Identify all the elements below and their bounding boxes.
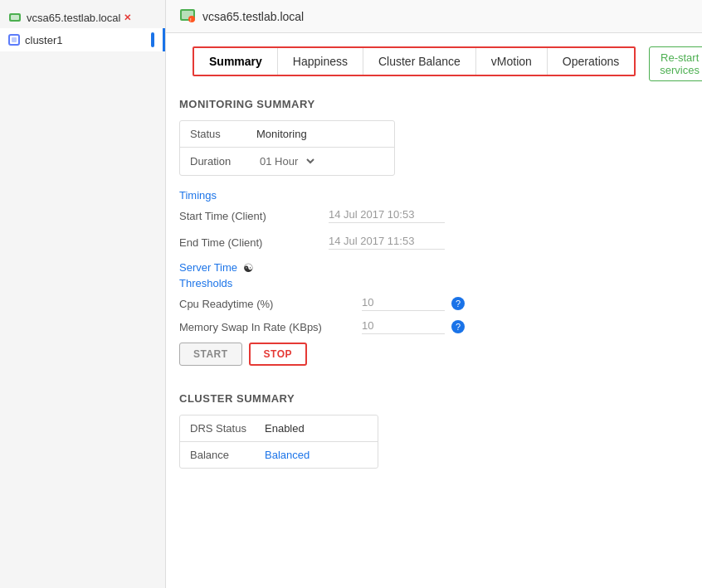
monitoring-summary-section: MONITORING SUMMARY Status Monitoring Dur…: [179, 98, 689, 366]
tabs-container: Summary Happiness Cluster Balance vMotio…: [193, 46, 636, 76]
server-icon: [8, 11, 22, 24]
status-label: Status: [190, 128, 256, 140]
end-time-row: End Time (Client) 14 Jul 2017 11:53: [179, 235, 689, 253]
status-row: Status Monitoring: [180, 121, 394, 148]
sidebar-item-cluster1[interactable]: cluster1: [0, 28, 165, 51]
status-box: Status Monitoring Duration 01 Hour 02 Ho…: [179, 120, 395, 176]
active-indicator: [151, 32, 154, 47]
end-time-value: 14 Jul 2017 11:53: [329, 235, 445, 250]
balance-value: Balanced: [265, 449, 310, 461]
cpu-help-icon[interactable]: ?: [451, 297, 465, 310]
timings-label[interactable]: Timings: [179, 189, 689, 202]
main-content: ! vcsa65.testlab.local Summary Happiness…: [166, 0, 702, 588]
memory-threshold-value: 10: [362, 319, 445, 334]
cluster-summary-section: CLUSTER SUMMARY DRS Status Enabled Balan…: [179, 392, 689, 469]
close-icon[interactable]: ✕: [124, 12, 131, 23]
monitoring-summary-heading: MONITORING SUMMARY: [179, 98, 689, 110]
duration-label: Duration: [190, 155, 256, 168]
sidebar-item-vcsa[interactable]: vcsa65.testlab.local ✕: [0, 7, 165, 28]
svg-rect-3: [12, 37, 17, 42]
main-panel: MONITORING SUMMARY Status Monitoring Dur…: [166, 81, 702, 482]
status-value: Monitoring: [256, 128, 307, 140]
svg-rect-1: [11, 15, 19, 20]
thresholds-section: Thresholds Cpu Readytime (%) 10 ? Memory…: [179, 277, 689, 334]
action-buttons: START STOP: [179, 343, 689, 366]
tab-vmotion[interactable]: vMotion: [476, 48, 548, 75]
drs-status-label: DRS Status: [190, 422, 265, 435]
server-time-row: Server Time ☯: [179, 261, 689, 274]
start-time-row: Start Time (Client) 14 Jul 2017 10:53: [179, 208, 689, 226]
cluster-summary-heading: CLUSTER SUMMARY: [179, 392, 689, 405]
duration-row: Duration 01 Hour 02 Hours 04 Hours: [180, 148, 394, 175]
tab-summary[interactable]: Summary: [194, 48, 278, 75]
header-bar: ! vcsa65.testlab.local: [166, 0, 702, 33]
stop-button[interactable]: STOP: [249, 343, 307, 366]
duration-select[interactable]: 01 Hour 02 Hours 04 Hours: [256, 154, 317, 168]
restart-services-button[interactable]: Re-start services: [649, 46, 702, 81]
sidebar-cluster1-label: cluster1: [25, 34, 63, 46]
header-server-icon: !: [179, 7, 196, 26]
memory-help-icon[interactable]: ?: [451, 320, 465, 333]
server-time-label[interactable]: Server Time: [179, 261, 237, 274]
tab-cluster-balance[interactable]: Cluster Balance: [363, 48, 476, 75]
timings-section: Timings Start Time (Client) 14 Jul 2017 …: [179, 189, 689, 253]
start-button[interactable]: START: [179, 343, 242, 366]
start-time-value: 14 Jul 2017 10:53: [329, 208, 445, 223]
cpu-threshold-row: Cpu Readytime (%) 10 ?: [179, 296, 689, 311]
balance-row: Balance Balanced: [180, 442, 378, 468]
cluster-icon: [8, 34, 20, 46]
drs-status-row: DRS Status Enabled: [180, 415, 378, 442]
cpu-threshold-label: Cpu Readytime (%): [179, 298, 362, 310]
memory-threshold-row: Memory Swap In Rate (KBps) 10 ?: [179, 319, 689, 334]
end-time-label: End Time (Client): [179, 236, 329, 249]
cluster-summary-box: DRS Status Enabled Balance Balanced: [179, 415, 378, 469]
sidebar: vcsa65.testlab.local ✕ cluster1: [0, 0, 166, 588]
balance-label: Balance: [190, 449, 265, 461]
cpu-threshold-value: 10: [362, 296, 445, 311]
tab-happiness[interactable]: Happiness: [278, 48, 363, 75]
thresholds-label[interactable]: Thresholds: [179, 277, 689, 289]
yin-yang-icon: ☯: [242, 262, 254, 274]
sidebar-vcsa-label: vcsa65.testlab.local: [27, 12, 120, 24]
tab-operations[interactable]: Operations: [548, 48, 634, 75]
drs-status-value: Enabled: [265, 422, 305, 435]
start-time-label: Start Time (Client): [179, 210, 329, 222]
memory-threshold-label: Memory Swap In Rate (KBps): [179, 321, 362, 333]
header-title: vcsa65.testlab.local: [202, 10, 304, 23]
